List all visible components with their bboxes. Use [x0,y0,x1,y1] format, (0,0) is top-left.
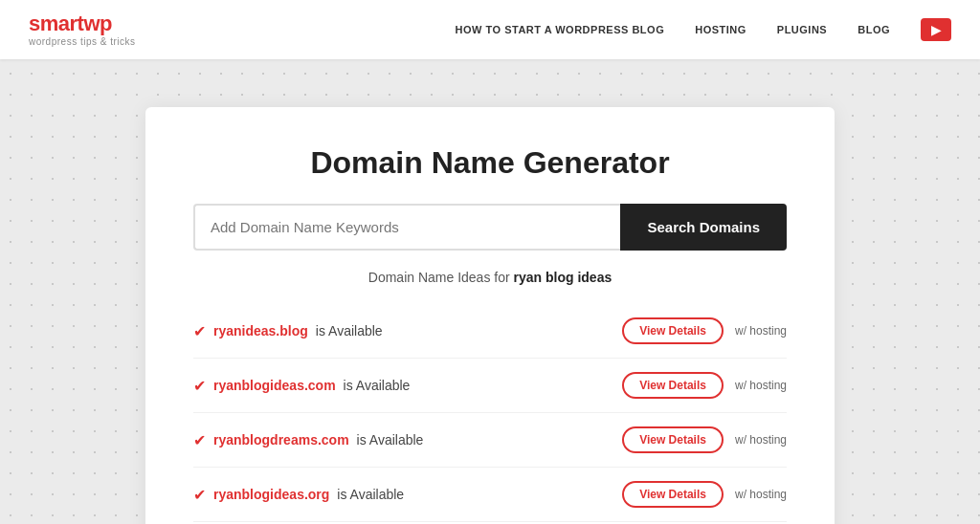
domain-left-1: ✔ ryanblogideas.com is Available [193,377,410,395]
page-title: Domain Name Generator [193,145,787,181]
domain-left-3: ✔ ryanblogideas.org is Available [193,486,404,504]
domain-name-3: ryanblogideas.org [213,487,329,502]
domain-left-0: ✔ ryanideas.blog is Available [193,322,383,340]
generator-card: Domain Name Generator Search Domains Dom… [145,107,835,524]
site-header: smartwp wordpress tips & tricks HOW TO S… [0,0,980,59]
whosting-link-3[interactable]: w/ hosting [735,488,787,501]
domain-list: ✔ ryanideas.blog is Available View Detai… [193,304,787,524]
whosting-link-1[interactable]: w/ hosting [735,379,787,392]
check-icon: ✔ [193,322,206,340]
nav-hosting[interactable]: HOSTING [695,24,746,35]
check-icon: ✔ [193,486,206,504]
domain-right-1: View Details w/ hosting [622,372,787,399]
nav-blog[interactable]: BLOG [858,24,890,35]
domain-left-2: ✔ ryanblogdreams.com is Available [193,431,423,449]
logo: smartwp wordpress tips & tricks [29,13,136,47]
main-nav: HOW TO START A WORDPRESS BLOG HOSTING PL… [456,18,951,41]
subtitle-prefix: Domain Name Ideas for [368,270,514,285]
results-subtitle: Domain Name Ideas for ryan blog ideas [193,270,787,285]
nav-plugins[interactable]: PLUGINS [777,24,827,35]
logo-text: smartwp [29,13,136,34]
main-content: Domain Name Generator Search Domains Dom… [0,59,980,524]
check-icon: ✔ [193,377,206,395]
domain-name-0: ryanideas.blog [213,323,308,338]
view-details-button-0[interactable]: View Details [622,317,724,344]
logo-accent: wp [83,11,112,35]
whosting-link-0[interactable]: w/ hosting [735,324,787,338]
domain-name-1: ryanblogideas.com [213,378,336,393]
domain-status-3: is Available [337,487,404,502]
logo-brand: smart [29,11,83,35]
subtitle-query: ryan blog ideas [514,270,612,285]
view-details-button-1[interactable]: View Details [622,372,724,399]
check-icon: ✔ [193,431,206,449]
whosting-link-2[interactable]: w/ hosting [735,433,787,447]
search-input[interactable] [193,204,620,251]
domain-right-0: View Details w/ hosting [622,317,787,344]
logo-tagline: wordpress tips & tricks [29,36,136,47]
domain-row: ✔ ryanblogdreams.com is Available View D… [193,413,787,468]
search-button[interactable]: Search Domains [620,204,787,251]
domain-right-3: View Details w/ hosting [622,481,787,508]
view-details-button-2[interactable]: View Details [622,426,724,453]
domain-status-0: is Available [316,323,383,338]
domain-row: ✔ ryanideas.blog is Available View Detai… [193,304,787,359]
domain-row: ✔ ryanblogideas.org is Available View De… [193,468,787,522]
youtube-button[interactable]: ▶ [921,18,951,41]
domain-status-2: is Available [357,432,424,448]
domain-row: ✔ ryanblogideas.com is Available View De… [193,359,787,413]
nav-how-to[interactable]: HOW TO START A WORDPRESS BLOG [456,24,665,35]
domain-name-2: ryanblogdreams.com [213,432,349,448]
domain-right-2: View Details w/ hosting [622,426,787,453]
domain-status-1: is Available [344,378,411,393]
view-details-button-3[interactable]: View Details [622,481,724,508]
search-bar: Search Domains [193,204,787,251]
